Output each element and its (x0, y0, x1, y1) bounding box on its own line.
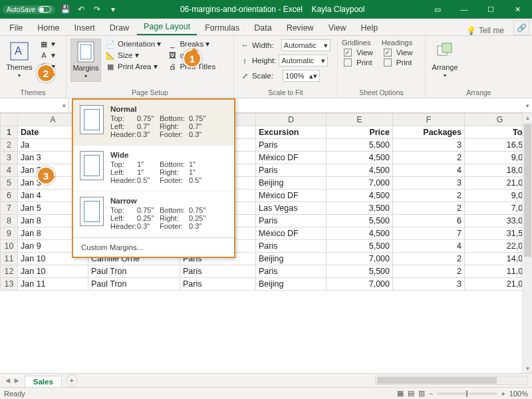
save-icon[interactable]: 💾 (59, 3, 71, 15)
status-ready: Ready (4, 390, 25, 398)
size-button[interactable]: 📐Size ▾ (104, 50, 163, 61)
add-sheet-button[interactable]: + (66, 374, 78, 386)
group-scale-label: Scale to Fit (238, 88, 333, 97)
col-header-e[interactable]: E (327, 114, 393, 126)
margins-option-normal[interactable]: Normal Top:0.75"Bottom:0.75" Left:0.7"Ri… (73, 100, 234, 146)
breaks-icon: ⎯ (168, 39, 177, 49)
minimize-icon[interactable]: — (452, 2, 476, 17)
autosave-label: AutoSave (7, 6, 35, 13)
sheet-nav-prev-icon[interactable]: ◄ (4, 376, 11, 384)
tab-draw[interactable]: Draw (103, 21, 136, 35)
row-header[interactable]: 8 (1, 215, 18, 227)
normal-view-icon[interactable]: ▦ (397, 389, 404, 398)
print-area-button[interactable]: ▦Print Area ▾ (104, 61, 163, 72)
close-icon[interactable]: ✕ (505, 2, 529, 17)
vertical-scrollbar[interactable]: ▲▼ (522, 113, 532, 373)
margins-option-narrow[interactable]: Narrow Top:0.75"Bottom:0.75" Left:0.25"R… (73, 192, 234, 237)
maximize-icon[interactable]: ☐ (479, 2, 503, 17)
zoom-slider[interactable] (437, 392, 497, 395)
svg-rect-5 (442, 43, 452, 53)
colors-button[interactable]: ▦▾ (37, 39, 57, 49)
callout-3: 3 (37, 166, 55, 185)
ribbon-options-icon[interactable]: ▭ (426, 2, 450, 17)
redo-icon[interactable]: ↷ (91, 3, 103, 15)
width-select[interactable]: Automatic▾ (281, 39, 331, 51)
scale-icon: ⤢ (240, 71, 249, 80)
themes-button[interactable]: AThemes▾ (4, 39, 35, 80)
custom-margins-button[interactable]: Custom Margins... (73, 237, 234, 257)
margins-title: Normal (110, 105, 227, 113)
row-header[interactable]: 4 (1, 164, 18, 177)
share-button[interactable]: 🔗 (513, 21, 529, 35)
sheet-tab-sales[interactable]: Sales (25, 376, 62, 387)
group-themes-label: Themes (4, 88, 62, 97)
background-icon: 🖼 (168, 51, 177, 60)
callout-2: 2 (37, 64, 55, 82)
qat-customize-icon[interactable]: ▾ (107, 3, 119, 15)
margins-button[interactable]: Margins▾ (70, 39, 101, 82)
margins-option-wide[interactable]: Wide Top:1"Bottom:1" Left:1"Right:1" Hea… (73, 146, 234, 192)
gridlines-print-check[interactable]: Print (342, 58, 374, 67)
orientation-button[interactable]: 📄Orientation ▾ (104, 39, 163, 49)
row-header[interactable]: 6 (1, 190, 18, 202)
autosave-toggle[interactable]: AutoSave (3, 5, 55, 14)
tab-page-layout[interactable]: Page Layout (137, 19, 197, 35)
tab-formulas[interactable]: Formulas (198, 21, 246, 35)
arrange-button[interactable]: Arrange▾ (430, 39, 460, 80)
themes-label: Themes (6, 63, 33, 71)
page-layout-view-icon[interactable]: ▤ (408, 389, 414, 398)
margins-title: Narrow (110, 197, 227, 205)
col-header-f[interactable]: F (393, 114, 465, 126)
tab-home[interactable]: Home (31, 21, 66, 35)
tell-me[interactable]: 💡Tell me (461, 26, 509, 35)
svg-text:A: A (15, 45, 22, 57)
tab-view[interactable]: View (322, 21, 353, 35)
headings-view-check[interactable]: ✓View (382, 48, 415, 57)
height-select[interactable]: Automatic▾ (279, 55, 328, 66)
margins-dropdown: Normal Top:0.75"Bottom:0.75" Left:0.7"Ri… (72, 98, 235, 258)
row-header[interactable]: 5 (1, 177, 18, 190)
orientation-icon: 📄 (106, 39, 115, 49)
themes-icon: A (9, 41, 30, 62)
width-row: ↔Width: Automatic▾ (238, 39, 332, 52)
zoom-in-icon[interactable]: + (501, 390, 505, 398)
row-header[interactable]: 12 (1, 265, 18, 278)
select-all-corner[interactable] (1, 114, 18, 126)
gridlines-head: Gridlines (342, 39, 370, 47)
row-header[interactable]: 11 (1, 253, 18, 265)
document-title: 06-margins-and-orientation - Excel (180, 5, 303, 14)
tab-review[interactable]: Review (280, 21, 321, 35)
row-header[interactable]: 9 (1, 227, 18, 240)
tab-help[interactable]: Help (354, 21, 385, 35)
row-header[interactable]: 13 (1, 278, 18, 291)
expand-formula-icon[interactable]: ▾ (526, 102, 529, 109)
row-header[interactable]: 1 (1, 126, 18, 139)
horizontal-scrollbar[interactable] (375, 376, 528, 385)
zoom-level[interactable]: 100% (509, 390, 528, 398)
bulb-icon: 💡 (466, 26, 476, 35)
row-header[interactable]: 7 (1, 202, 18, 215)
margins-thumb-icon (80, 197, 104, 226)
undo-icon[interactable]: ↶ (75, 3, 87, 15)
colors-icon: ▦ (39, 39, 49, 49)
col-header-d[interactable]: D (256, 114, 327, 126)
row-header[interactable]: 3 (1, 152, 18, 164)
zoom-out-icon[interactable]: − (429, 390, 433, 398)
headings-print-check[interactable]: Print (382, 58, 414, 67)
scale-input[interactable]: 100%▴▾ (283, 70, 320, 82)
callout-1: 1 (183, 49, 201, 68)
fonts-button[interactable]: A▾ (37, 50, 57, 61)
row-header[interactable]: 2 (1, 139, 18, 152)
sheet-nav-next-icon[interactable]: ► (13, 376, 20, 384)
margins-thumb-icon (80, 105, 104, 134)
tab-insert[interactable]: Insert (68, 21, 102, 35)
scale-row: ⤢Scale: 100%▴▾ (238, 69, 332, 82)
row-header[interactable]: 10 (1, 240, 18, 253)
tab-file[interactable]: File (3, 21, 29, 35)
group-pagesetup-label: Page Setup (70, 88, 229, 97)
margins-label: Margins (72, 64, 98, 72)
gridlines-view-check[interactable]: ✓View (342, 48, 375, 57)
name-box[interactable] (0, 98, 69, 112)
tab-data[interactable]: Data (247, 21, 278, 35)
page-break-view-icon[interactable]: ▥ (418, 389, 425, 398)
